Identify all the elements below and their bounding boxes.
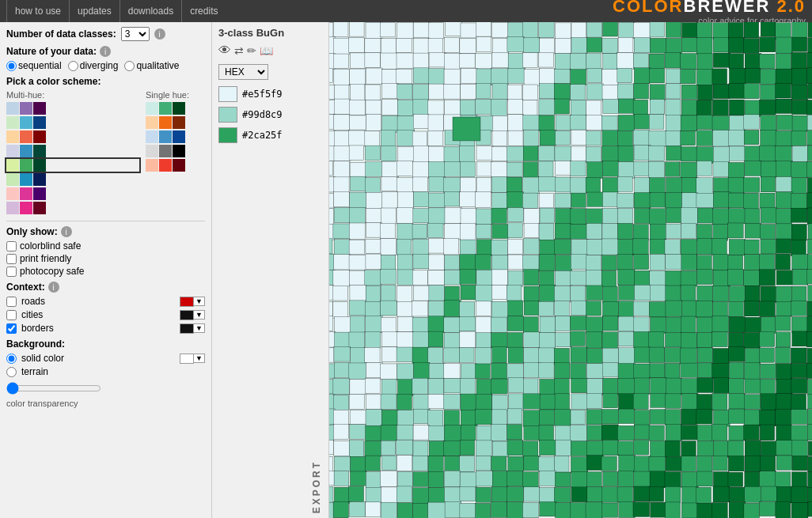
terrain-label: terrain <box>21 366 48 377</box>
county <box>491 69 508 85</box>
multi-hue-row-5[interactable] <box>6 173 139 186</box>
county <box>381 425 397 441</box>
single-hue-row-3[interactable] <box>146 145 205 157</box>
single-hue-row-4[interactable] <box>146 159 205 172</box>
county <box>350 84 365 100</box>
num-classes-info-icon[interactable]: i <box>154 28 165 40</box>
edit-icon[interactable]: ✏ <box>247 44 256 57</box>
sequential-radio-label[interactable]: sequential <box>6 60 62 71</box>
roads-checkbox[interactable] <box>6 297 17 307</box>
borders-checkbox[interactable] <box>6 323 17 334</box>
swap-icon[interactable]: ⇄ <box>234 44 244 57</box>
county <box>571 363 586 379</box>
county <box>540 379 556 395</box>
county <box>350 380 366 395</box>
export-label[interactable]: EXPORT <box>311 460 322 513</box>
only-show-info-icon[interactable]: i <box>61 226 72 237</box>
book-icon[interactable]: 📖 <box>260 44 273 57</box>
swatch-cell <box>33 130 46 143</box>
swatch-cell <box>159 145 172 157</box>
borders-color-picker[interactable]: ▼ <box>180 323 205 334</box>
county <box>476 285 492 301</box>
multi-hue-row-4[interactable] <box>6 159 139 172</box>
county <box>712 502 727 518</box>
roads-color-picker[interactable]: ▼ <box>180 297 205 307</box>
nav-how-to-use[interactable]: how to use <box>6 0 70 22</box>
diverging-radio[interactable] <box>68 61 78 71</box>
multi-hue-row-6[interactable] <box>6 187 139 200</box>
county <box>507 316 523 331</box>
multi-hue-row-2[interactable] <box>6 130 139 143</box>
county <box>698 85 713 100</box>
county <box>476 301 491 316</box>
county <box>366 85 381 100</box>
county <box>776 239 791 253</box>
nature-info-icon[interactable]: i <box>100 46 111 57</box>
sequential-radio[interactable] <box>6 61 17 71</box>
county <box>334 161 350 177</box>
county <box>808 22 812 37</box>
county <box>334 317 351 333</box>
multi-hue-row-7[interactable] <box>6 202 139 214</box>
county <box>523 394 540 409</box>
county <box>649 115 664 129</box>
cities-label: cities <box>21 309 43 320</box>
county <box>476 69 492 85</box>
county <box>634 347 651 363</box>
county <box>619 22 635 38</box>
multi-hue-row-0[interactable] <box>6 102 139 115</box>
county <box>461 285 477 300</box>
content-area: 3-class BuGn 👁 ⇄ ✏ 📖 HEXRGBCMYKLab #e5f5… <box>212 22 812 518</box>
county <box>618 471 633 486</box>
county <box>649 54 664 69</box>
qualitative-radio-label[interactable]: qualitative <box>124 60 179 71</box>
county <box>729 209 746 224</box>
context-info-icon[interactable]: i <box>48 282 59 293</box>
county <box>413 409 430 423</box>
county <box>366 254 381 269</box>
format-select[interactable]: HEXRGBCMYKLab <box>218 64 268 80</box>
terrain-radio[interactable] <box>6 367 17 377</box>
single-hue-row-0[interactable] <box>146 102 205 115</box>
context-label: Context: <box>6 282 45 293</box>
nav-credits[interactable]: credits <box>182 0 226 22</box>
solid-color-label: solid color <box>21 353 64 364</box>
county <box>397 425 413 440</box>
solid-color-radio[interactable] <box>6 354 17 364</box>
single-hue-row-1[interactable] <box>146 116 205 129</box>
cities-checkbox[interactable] <box>6 310 17 320</box>
county <box>350 395 365 410</box>
county <box>791 472 806 489</box>
county <box>791 486 807 503</box>
bg-color-picker[interactable]: ▼ <box>180 354 205 364</box>
print-checkbox[interactable] <box>6 254 17 264</box>
nav-updates[interactable]: updates <box>70 0 120 22</box>
county <box>329 193 333 208</box>
single-hue-row-2[interactable] <box>146 130 205 143</box>
county <box>329 85 334 99</box>
county <box>729 84 746 99</box>
num-classes-select[interactable]: 3456789101112 <box>121 27 150 41</box>
county <box>366 472 381 489</box>
county <box>649 486 664 501</box>
county <box>460 472 476 488</box>
map-svg <box>329 22 812 518</box>
qualitative-radio[interactable] <box>124 61 135 71</box>
colorblind-checkbox[interactable] <box>6 241 17 251</box>
eye-icon[interactable]: 👁 <box>218 43 231 58</box>
county <box>382 347 397 362</box>
photocopy-checkbox[interactable] <box>6 267 17 277</box>
county <box>776 84 791 98</box>
nav-downloads[interactable]: downloads <box>120 0 182 22</box>
county <box>586 115 602 130</box>
county <box>524 130 539 146</box>
diverging-radio-label[interactable]: diverging <box>68 60 119 71</box>
county <box>681 131 696 146</box>
cities-color-picker[interactable]: ▼ <box>180 310 205 320</box>
transparency-slider[interactable] <box>6 382 101 395</box>
multi-hue-row-1[interactable] <box>6 116 139 129</box>
multi-hue-row-3[interactable] <box>6 145 139 157</box>
county <box>681 207 697 224</box>
county <box>429 84 444 99</box>
county <box>602 208 617 223</box>
